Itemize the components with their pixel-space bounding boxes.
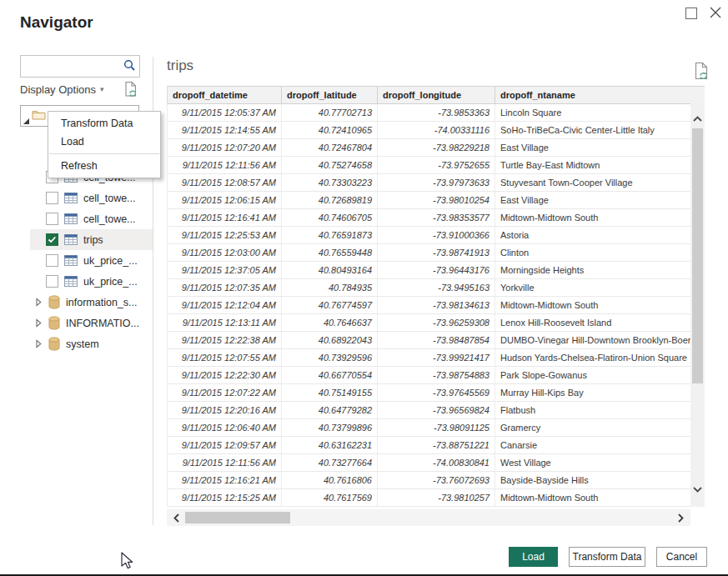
- vertical-scrollbar[interactable]: [690, 103, 705, 507]
- refresh-preview-icon[interactable]: [694, 62, 710, 83]
- tree-item-trips[interactable]: trips: [30, 229, 153, 250]
- search-box[interactable]: [20, 55, 140, 78]
- checkbox[interactable]: [46, 192, 58, 204]
- scroll-up-icon[interactable]: [692, 112, 703, 127]
- table-cell: -73.97645569: [378, 384, 495, 401]
- table-row: 9/11/2015 12:22:30 AM40.66770554-73.9875…: [168, 367, 691, 384]
- table-row: 9/11/2015 12:08:57 AM40.73303223-73.9797…: [168, 174, 691, 192]
- column-header-dropoff-ntaname: dropoff_ntaname: [495, 87, 705, 103]
- transform-data-button[interactable]: Transform Data: [569, 547, 645, 567]
- table-row: 9/11/2015 12:22:38 AM40.68922043-73.9848…: [168, 332, 691, 349]
- table-row: 9/11/2015 12:07:22 AM40.75149155-73.9764…: [168, 384, 691, 402]
- table-cell: 40.7616806: [282, 472, 378, 488]
- preview-table-title: trips: [167, 58, 193, 74]
- table-cell: Canarsie: [495, 437, 691, 453]
- table-cell: Hudson Yards-Chelsea-Flatiron-Union Squa…: [495, 349, 691, 366]
- cancel-button[interactable]: Cancel: [656, 547, 707, 567]
- table-cell: Flatbush: [495, 402, 691, 418]
- preview-table: dropoff_datetimedropoff_latitudedropoff_…: [167, 86, 705, 507]
- search-icon[interactable]: [123, 59, 136, 75]
- table-icon: [64, 234, 78, 245]
- table-cell: Lenox Hill-Roosevelt Island: [495, 314, 691, 331]
- menu-item-transform-data[interactable]: Transform Data: [48, 114, 160, 133]
- table-row: 9/11/2015 12:07:35 AM40.784935-73.949516…: [168, 279, 691, 297]
- table-cell: Park Slope-Gowanus: [495, 367, 691, 383]
- checkbox[interactable]: [46, 213, 58, 225]
- menu-separator: [49, 153, 159, 154]
- display-options-dropdown[interactable]: Display Options▾: [20, 81, 104, 96]
- tree-item-information-s[interactable]: information_s...: [30, 292, 153, 313]
- table-cell: 9/11/2015 12:09:57 AM: [168, 437, 282, 453]
- refresh-preview-icon[interactable]: [124, 81, 138, 101]
- checkbox[interactable]: [46, 233, 58, 246]
- table-row: 9/11/2015 12:14:55 AM40.72410965-74.0033…: [168, 122, 691, 139]
- horizontal-scrollbar[interactable]: [167, 509, 690, 526]
- table-row: 9/11/2015 12:37:05 AM40.80493164-73.9644…: [168, 262, 691, 279]
- expand-chevron-icon[interactable]: [36, 339, 42, 348]
- menu-item-refresh[interactable]: Refresh: [48, 157, 160, 175]
- table-cell: 40.76559448: [282, 244, 378, 261]
- scroll-right-icon[interactable]: [676, 512, 685, 527]
- horizontal-scrollbar-thumb[interactable]: [185, 512, 290, 523]
- context-menu: Transform DataLoadRefresh: [48, 111, 161, 178]
- table-cell: 9/11/2015 12:06:40 AM: [168, 419, 282, 436]
- tree-item-informatio[interactable]: INFORMATIO...: [30, 313, 153, 333]
- tree-item-label: information_s...: [66, 297, 137, 308]
- table-row: 9/11/2015 12:07:55 AM40.73929596-73.9992…: [168, 349, 691, 367]
- table-cell: 9/11/2015 12:22:38 AM: [168, 332, 282, 348]
- table-cell: 9/11/2015 12:07:22 AM: [168, 384, 282, 401]
- table-cell: 9/11/2015 12:05:37 AM: [168, 104, 282, 121]
- table-cell: -73.98229218: [378, 139, 495, 156]
- table-cell: -73.91000366: [378, 227, 495, 243]
- table-cell: East Village: [495, 139, 691, 156]
- navigator-tree: cell_towe...cell_towe...cell_towe...trip…: [30, 167, 153, 354]
- checkbox[interactable]: [46, 275, 58, 288]
- table-cell: 9/11/2015 12:03:00 AM: [168, 244, 282, 261]
- database-icon: [48, 316, 60, 330]
- search-input[interactable]: [24, 58, 121, 75]
- table-cell: Midtown-Midtown South: [495, 209, 691, 226]
- tree-item-cell-towe[interactable]: cell_towe...: [30, 188, 153, 208]
- tree-item-uk-price[interactable]: uk_price_...: [30, 250, 153, 271]
- chevron-down-icon: ▾: [96, 85, 104, 93]
- tree-item-label: system: [66, 338, 99, 350]
- table-row: 9/11/2015 12:11:56 AM40.73277664-74.0083…: [168, 454, 691, 472]
- table-row: 9/11/2015 12:11:56 AM40.75274658-73.9752…: [168, 157, 691, 174]
- tree-item-uk-price[interactable]: uk_price_...: [30, 271, 153, 292]
- table-icon: [64, 193, 78, 203]
- preview-table-body: 9/11/2015 12:05:37 AM40.77702713-73.9853…: [167, 104, 691, 507]
- tree-item-label: uk_price_...: [83, 276, 138, 288]
- tree-item-label: INFORMATIO...: [66, 318, 139, 329]
- vertical-scrollbar-thumb[interactable]: [692, 128, 703, 383]
- tree-item-system[interactable]: system: [30, 333, 153, 354]
- table-cell: Morningside Heights: [495, 262, 691, 278]
- table-cell: Stuyvesant Town-Cooper Village: [495, 174, 691, 191]
- table-cell: 9/11/2015 12:07:20 AM: [168, 139, 282, 156]
- expand-chevron-icon[interactable]: [36, 298, 42, 307]
- table-cell: 40.7646637: [282, 314, 378, 331]
- table-cell: Turtle Bay-East Midtown: [495, 157, 691, 173]
- table-cell: Midtown-Midtown South: [495, 489, 691, 506]
- table-cell: 9/11/2015 12:12:04 AM: [168, 297, 282, 313]
- table-icon: [64, 276, 78, 287]
- expand-chevron-icon[interactable]: [36, 318, 42, 328]
- checkbox[interactable]: [46, 254, 58, 267]
- table-cell: 9/11/2015 12:16:41 AM: [168, 209, 282, 226]
- close-icon[interactable]: [709, 6, 722, 19]
- table-icon: [64, 255, 78, 266]
- table-cell: 40.64779282: [282, 402, 378, 418]
- column-header-dropoff-latitude: dropoff_latitude: [282, 87, 378, 103]
- table-row: 9/11/2015 12:15:25 AM40.7617569-73.98102…: [168, 489, 691, 507]
- menu-item-load[interactable]: Load: [48, 133, 160, 151]
- table-cell: Murray Hill-Kips Bay: [495, 384, 691, 401]
- table-cell: 40.74606705: [282, 209, 378, 226]
- maximize-icon[interactable]: [685, 8, 697, 19]
- expanded-triangle-icon[interactable]: [23, 113, 30, 128]
- table-cell: 9/11/2015 12:06:15 AM: [168, 192, 282, 208]
- table-cell: -73.98754883: [378, 367, 495, 383]
- tree-item-cell-towe[interactable]: cell_towe...: [30, 208, 153, 229]
- scroll-left-icon[interactable]: [173, 512, 181, 527]
- table-cell: -73.97973633: [378, 174, 495, 191]
- load-button[interactable]: Load: [509, 547, 558, 567]
- scroll-down-icon[interactable]: [692, 482, 703, 497]
